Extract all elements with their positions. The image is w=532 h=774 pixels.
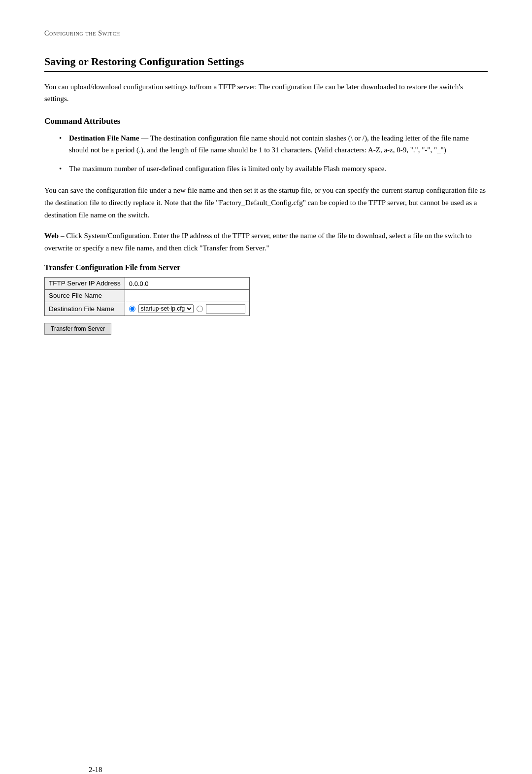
attr-dash-1: — [139, 134, 150, 142]
dest-options: startup-set-ip.cfg [129, 304, 245, 314]
value-source[interactable] [125, 289, 249, 302]
value-dest[interactable]: startup-set-ip.cfg [125, 302, 249, 316]
value-tftp[interactable] [125, 277, 249, 289]
config-form-table: TFTP Server IP Address Source File Name … [44, 277, 250, 316]
web-dash: – [59, 232, 66, 240]
attr-bold-1: Destination File Name [69, 134, 139, 142]
table-row: Destination File Name startup-set-ip.cfg [45, 302, 250, 316]
tftp-ip-input[interactable] [129, 280, 188, 287]
dest-file-select[interactable]: startup-set-ip.cfg [138, 304, 194, 313]
label-source: Source File Name [45, 289, 125, 302]
source-file-input[interactable] [129, 292, 228, 300]
section-title: Saving or Restoring Configuration Settin… [44, 55, 488, 72]
body-text-1: You can save the configuration file unde… [44, 184, 488, 221]
web-bold: Web [44, 232, 59, 240]
form-title: Transfer Configuration File from Server [44, 263, 488, 272]
radio-new[interactable] [197, 306, 203, 312]
transfer-from-server-button[interactable]: Transfer from Server [44, 323, 111, 335]
table-row: Source File Name [45, 289, 250, 302]
list-item: Destination File Name — The destination … [59, 132, 488, 156]
subsection-title: Command Attributes [44, 116, 488, 126]
page-header: Configuring the Switch [44, 30, 488, 37]
label-tftp: TFTP Server IP Address [45, 277, 125, 289]
radio-existing[interactable] [129, 306, 135, 312]
body-text-2: Web – Click System/Configuration. Enter … [44, 230, 488, 254]
list-item: The maximum number of user-defined confi… [59, 163, 488, 175]
attr-text-2: The maximum number of user-defined confi… [69, 165, 386, 173]
table-row: TFTP Server IP Address [45, 277, 250, 289]
header-text: Configuring the Switch [44, 30, 120, 37]
attributes-list: Destination File Name — The destination … [59, 132, 488, 175]
dest-new-name-input[interactable] [206, 304, 245, 314]
label-dest: Destination File Name [45, 302, 125, 316]
web-text: Click System/Configuration. Enter the IP… [44, 232, 471, 252]
intro-text: You can upload/download configuration se… [44, 81, 488, 105]
page-number: 2-18 [89, 766, 102, 774]
